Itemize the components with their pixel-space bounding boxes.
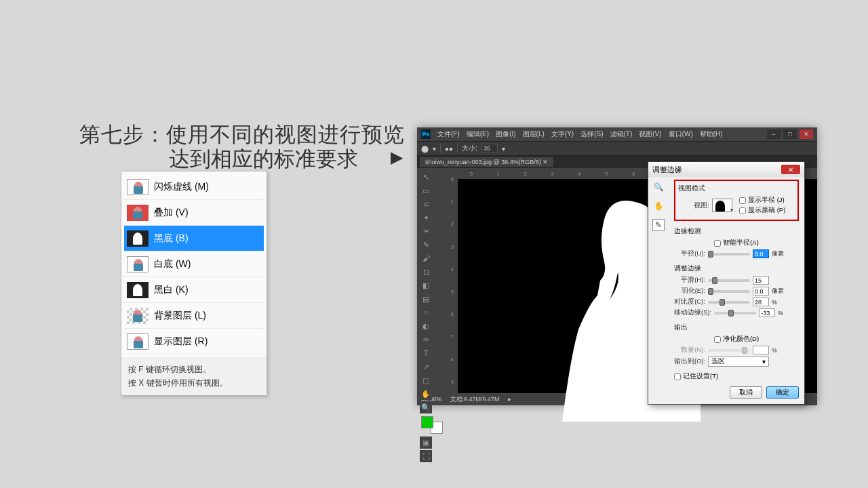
ok-button[interactable]: 确定 [766,386,799,399]
close-button[interactable]: ✕ [800,129,813,139]
zoom-tool-icon[interactable]: 🔍 [420,401,432,413]
refine-edge-dialog: 调整边缘 ✕ 🔍 ✋ ✎ 视图模式 视图: 显示半径 (J) 显示原稿 (P) [648,161,805,405]
doc-info: 文档:9.47M/9.47M [450,395,500,404]
radius-slider[interactable] [708,253,750,256]
remember-checkbox[interactable]: 记住设置(T) [674,372,799,381]
contrast-slider[interactable] [708,301,750,304]
menu-image[interactable]: 图像(I) [496,129,515,139]
menu-file[interactable]: 文件(F) [437,129,460,139]
titlebar: Ps 文件(F) 编辑(E) 图像(I) 图层(L) 文字(Y) 选择(S) 滤… [417,127,817,141]
refine-brush-icon[interactable]: ✎ [652,219,665,231]
menu-label: 黑白 (K) [154,284,189,296]
menu-item-black-white[interactable]: 黑白 (K) [124,277,264,303]
amount-input [753,346,769,354]
shift-input[interactable] [759,308,775,317]
marquee-tool-icon[interactable]: ▭ [420,184,432,197]
menu-help[interactable]: 帮助(H) [700,129,723,139]
type-tool-icon[interactable]: T [420,347,432,359]
menu-label: 黑底 (B) [154,232,189,245]
menu-edit[interactable]: 编辑(E) [467,129,489,139]
menu-item-reveal-layer[interactable]: 显示图层 (R) [124,329,264,354]
minimize-button[interactable]: − [767,129,781,139]
zoom-tool-icon[interactable]: 🔍 [652,181,665,193]
options-bar: ⬤▾ ●● 大小: ▾ [417,141,817,156]
menu-label: 闪烁虚线 (M) [154,181,209,193]
menu-item-marching-ants[interactable]: 闪烁虚线 (M) [124,174,264,200]
menu-label: 叠加 (V) [154,207,189,219]
view-mode-menu: 闪烁虚线 (M) 叠加 (V) 黑底 (B) 白底 (W) 黑白 (K) 背景图… [121,171,267,396]
crop-tool-icon[interactable]: ✂ [420,225,432,237]
lasso-tool-icon[interactable]: ⊂ [420,198,432,210]
ps-logo-icon: Ps [421,129,431,139]
pen-tool-icon[interactable]: ✑ [420,333,432,346]
hand-tool-icon[interactable]: ✋ [652,200,665,212]
menu-label: 白底 (W) [154,258,191,270]
smooth-slider[interactable] [708,279,750,282]
menu-layer[interactable]: 图层(L) [523,129,545,139]
menu-item-on-black[interactable]: 黑底 (B) [124,226,264,251]
menu-item-on-white[interactable]: 白底 (W) [124,251,264,277]
color-swatches[interactable] [421,416,443,434]
menu-label: 显示图层 (R) [154,336,208,348]
feather-input[interactable] [753,287,769,296]
radius-input[interactable] [753,249,769,258]
move-tool-icon[interactable]: ↖ [420,171,432,183]
size-input[interactable] [481,144,498,153]
menubar: 文件(F) 编辑(E) 图像(I) 图层(L) 文字(Y) 选择(S) 滤镜(T… [437,129,723,139]
eyedropper-tool-icon[interactable]: ✎ [420,239,432,251]
smart-radius-checkbox[interactable]: 智能半径(A) [714,239,759,247]
cancel-button[interactable]: 取消 [730,386,762,399]
decontaminate-checkbox[interactable]: 净化颜色(D) [714,335,759,344]
eraser-tool-icon[interactable]: ◧ [420,279,432,291]
path-tool-icon[interactable]: ↗ [420,361,432,373]
brush-icon[interactable]: ⬤ [421,145,429,152]
maximize-button[interactable]: □ [783,129,797,139]
shape-tool-icon[interactable]: ▢ [420,374,432,386]
show-original-checkbox[interactable]: 显示原稿 (P) [739,206,785,215]
menu-filter[interactable]: 滤镜(T) [610,129,633,139]
ruler-vertical: 0123456789 [447,168,458,393]
menu-view[interactable]: 视图(V) [639,129,661,139]
show-radius-checkbox[interactable]: 显示半径 (J) [739,196,785,205]
hand-tool-icon[interactable]: ✋ [420,388,432,400]
menu-item-on-layers[interactable]: 背景图层 (L) [124,303,264,329]
smooth-input[interactable] [753,276,769,285]
amount-slider [708,349,750,352]
size-label: 大小: [462,144,477,153]
contrast-input[interactable] [753,298,769,306]
document-tab[interactable]: shuiwu_renyuan-003.jpg @ 36.4%(RGB/8) ✕ [420,157,553,167]
tools-panel: ↖▭ ⊂✦ ✂✎ 🖌⊡ ◧▤ ○◐ ✑T ↗▢ ✋🔍 ▣⛶ [417,168,447,393]
gradient-tool-icon[interactable]: ▤ [420,293,432,305]
menu-window[interactable]: 窗口(W) [669,129,693,139]
brush-tool-icon[interactable]: 🖌 [420,252,432,264]
view-thumbnail-dropdown[interactable] [712,199,732,212]
arrow-icon: ▶ [391,148,403,167]
menu-type[interactable]: 文字(Y) [551,129,574,139]
dialog-titlebar[interactable]: 调整边缘 ✕ [648,162,804,177]
menu-label: 背景图层 (L) [154,310,206,322]
menu-item-overlay[interactable]: 叠加 (V) [124,200,264,226]
step-title-line2: 达到相应的标准要求 [169,145,358,174]
shift-slider[interactable] [714,312,756,314]
menu-footer: 按 F 键循环切换视图。 按 X 键暂时停用所有视图。 [121,357,267,395]
stamp-tool-icon[interactable]: ⊡ [420,266,432,278]
feather-slider[interactable] [708,290,750,293]
blur-tool-icon[interactable]: ○ [420,306,432,319]
dodge-tool-icon[interactable]: ◐ [420,320,432,332]
highlight-view-mode: 视图模式 视图: 显示半径 (J) 显示原稿 (P) [674,180,799,221]
output-to-select[interactable]: 选区▾ [708,357,769,367]
wand-tool-icon[interactable]: ✦ [420,211,432,224]
screenmode-icon[interactable]: ⛶ [420,450,432,462]
menu-select[interactable]: 选择(S) [580,129,603,139]
quickmask-icon[interactable]: ▣ [420,436,432,449]
dialog-close-button[interactable]: ✕ [781,165,800,174]
